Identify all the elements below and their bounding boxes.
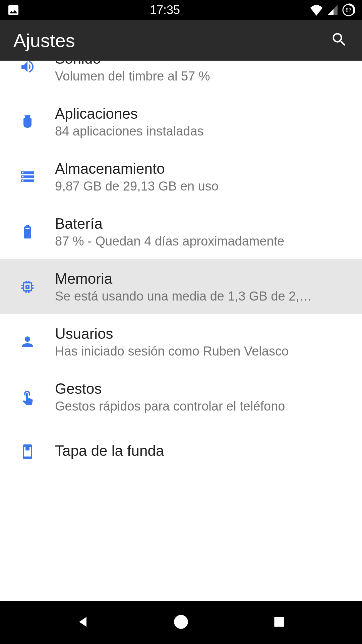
- person-icon: [0, 334, 55, 350]
- android-icon: [0, 114, 55, 130]
- settings-list[interactable]: Sonido Volumen del timbre al 57 % Aplica…: [0, 61, 362, 479]
- status-bar: 17:35 87: [0, 0, 362, 20]
- search-icon: [330, 31, 348, 50]
- recents-button[interactable]: [266, 609, 293, 636]
- navigation-bar: [0, 601, 362, 644]
- settings-item-case-cover[interactable]: Tapa de la funda: [0, 424, 362, 479]
- item-title: Usuarios: [55, 325, 347, 342]
- status-clock: 17:35: [20, 3, 310, 17]
- svg-rect-4: [25, 446, 29, 450]
- phone-case-icon: [0, 444, 55, 460]
- search-button[interactable]: [330, 31, 349, 50]
- item-title: Almacenamiento: [55, 160, 347, 177]
- settings-item-apps[interactable]: Aplicaciones 84 aplicaciones instaladas: [0, 94, 362, 149]
- settings-item-memory[interactable]: Memoria Se está usando una media de 1,3 …: [0, 259, 362, 314]
- svg-rect-6: [275, 617, 284, 627]
- square-recents-icon: [272, 614, 287, 631]
- svg-point-3: [25, 116, 30, 118]
- app-bar: Ajustes: [0, 20, 362, 61]
- item-subtitle: Gestos rápidos para controlar el teléfon…: [55, 399, 347, 414]
- settings-item-gestures[interactable]: Gestos Gestos rápidos para controlar el …: [0, 369, 362, 424]
- settings-item-battery[interactable]: Batería 87 % - Quedan 4 días aproximadam…: [0, 204, 362, 259]
- item-subtitle: Se está usando una media de 1,3 GB de 2,…: [55, 289, 347, 304]
- item-title: Tapa de la funda: [55, 442, 347, 459]
- settings-item-sound[interactable]: Sonido Volumen del timbre al 57 %: [0, 61, 362, 94]
- storage-icon: [0, 169, 55, 185]
- home-button[interactable]: [168, 609, 194, 636]
- item-subtitle: Volumen del timbre al 57 %: [55, 69, 347, 84]
- item-title: Sonido: [55, 61, 347, 67]
- svg-text:87: 87: [346, 7, 352, 13]
- battery-icon: 87: [342, 3, 355, 17]
- back-button[interactable]: [69, 609, 96, 636]
- battery-icon: [0, 224, 55, 240]
- page-title: Ajustes: [13, 30, 330, 51]
- wifi-icon: [310, 4, 323, 16]
- settings-item-storage[interactable]: Almacenamiento 9,87 GB de 29,13 GB en us…: [0, 149, 362, 204]
- screen: 17:35 87 Ajustes: [0, 0, 362, 644]
- settings-list-container: Sonido Volumen del timbre al 57 % Aplica…: [0, 61, 362, 601]
- screenshot-notification-icon: [7, 3, 20, 17]
- item-subtitle: 87 % - Quedan 4 días aproximadamente: [55, 234, 347, 249]
- item-title: Batería: [55, 215, 347, 232]
- svg-point-5: [174, 615, 188, 629]
- svg-point-2: [23, 119, 32, 127]
- settings-item-users[interactable]: Usuarios Has iniciado sesión como Ruben …: [0, 314, 362, 369]
- cellular-signal-icon: [326, 4, 339, 16]
- touch-icon: [0, 389, 55, 405]
- item-subtitle: Has iniciado sesión como Ruben Velasco: [55, 344, 347, 359]
- item-title: Gestos: [55, 380, 347, 397]
- item-title: Aplicaciones: [55, 105, 347, 122]
- item-subtitle: 84 aplicaciones instaladas: [55, 124, 347, 139]
- item-subtitle: 9,87 GB de 29,13 GB en uso: [55, 179, 347, 194]
- item-title: Memoria: [55, 270, 347, 287]
- volume-icon: [0, 61, 55, 75]
- memory-icon: [0, 279, 55, 295]
- triangle-back-icon: [75, 614, 90, 631]
- circle-home-icon: [173, 613, 189, 632]
